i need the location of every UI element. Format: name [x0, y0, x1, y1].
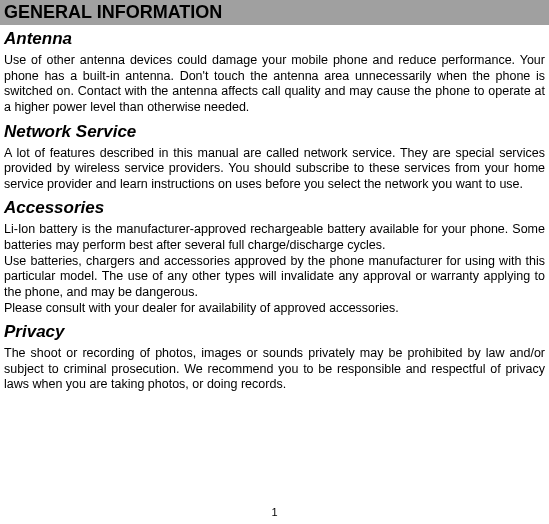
section-network: Network Service A lot of features descri… — [0, 122, 549, 193]
section-privacy: Privacy The shoot or recording of photos… — [0, 322, 549, 393]
section-body-antenna: Use of other antenna devices could damag… — [4, 53, 545, 116]
page-number: 1 — [0, 506, 549, 518]
section-body-privacy: The shoot or recording of photos, images… — [4, 346, 545, 393]
section-title-accessories: Accessories — [4, 198, 545, 218]
page-header: GENERAL INFORMATION — [0, 0, 549, 25]
section-body-network: A lot of features described in this manu… — [4, 146, 545, 193]
section-body-accessories: Li-Ion battery is the manufacturer-appro… — [4, 222, 545, 316]
section-antenna: Antenna Use of other antenna devices cou… — [0, 29, 549, 116]
section-title-antenna: Antenna — [4, 29, 545, 49]
section-title-privacy: Privacy — [4, 322, 545, 342]
section-accessories: Accessories Li-Ion battery is the manufa… — [0, 198, 549, 316]
section-title-network: Network Service — [4, 122, 545, 142]
